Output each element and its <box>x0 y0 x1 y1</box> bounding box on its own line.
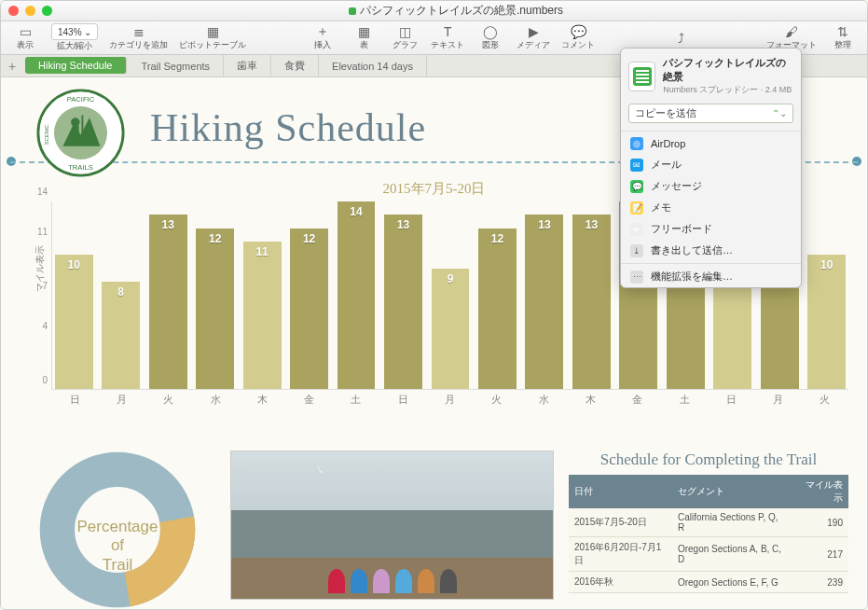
bar[interactable]: 8 <box>102 282 140 389</box>
zoom-value[interactable]: 143% ⌄ <box>51 23 98 40</box>
x-tick: 水 <box>192 393 239 407</box>
table-cell[interactable]: 217 <box>792 537 848 572</box>
bar[interactable]: 10 <box>55 255 93 389</box>
table-button[interactable]: ▦表 <box>345 24 382 51</box>
media-icon: ▶ <box>529 24 539 39</box>
add-category-button[interactable]: ≣カテゴリを追加 <box>105 24 172 51</box>
zoom-window-button[interactable] <box>42 6 52 16</box>
table-row[interactable]: 2015年7月5-20日California Sections P, Q, R1… <box>569 508 848 537</box>
schedule-table[interactable]: 日付セグメントマイル表示 2015年7月5-20日California Sect… <box>569 475 848 593</box>
table-cell[interactable]: Oregon Sections A, B, C, D <box>672 537 792 572</box>
x-tick: 水 <box>520 393 567 407</box>
close-window-button[interactable] <box>8 6 19 16</box>
bar-value: 12 <box>290 232 328 245</box>
insert-button[interactable]: ＋挿入 <box>304 24 341 51</box>
donut-label: Percentage of Trail <box>20 518 215 575</box>
photo-placeholder[interactable]: ㄟ <box>230 451 554 600</box>
share-option-label: メモ <box>651 201 671 215</box>
sheet-tab[interactable]: Trail Segments <box>129 55 225 76</box>
bar[interactable]: 9 <box>432 269 470 389</box>
bar[interactable]: 13 <box>572 215 611 389</box>
bar[interactable]: 14 <box>338 201 376 389</box>
shape-button[interactable]: ◯図形 <box>472 24 509 51</box>
bar[interactable]: 13 <box>384 215 422 389</box>
table-header[interactable]: マイル表示 <box>792 475 848 508</box>
bar-value: 14 <box>338 205 376 218</box>
table-cell[interactable]: 190 <box>792 508 848 537</box>
x-tick: 火 <box>474 393 520 407</box>
chart-label: グラフ <box>393 39 418 51</box>
send-copy-select[interactable]: コピーを送信 ⌃⌄ <box>628 104 793 123</box>
export-and-send-item[interactable]: ⤓ 書き出して送信… <box>621 240 801 261</box>
pivot-label: ピボットテーブル <box>179 39 246 51</box>
x-tick: 土 <box>661 393 708 407</box>
table-row[interactable]: 2016年秋Oregon Sections E, F, G239 <box>569 572 848 593</box>
share-option-label: AirDrop <box>651 138 685 149</box>
bar[interactable]: 13 <box>149 215 187 389</box>
bar-value: 8 <box>102 285 140 298</box>
y-tick: 0 <box>42 375 48 385</box>
text-button[interactable]: Tテキスト <box>427 24 468 51</box>
sheet-tab[interactable]: 歯車 <box>224 55 271 76</box>
view-button[interactable]: ▭表示 <box>7 24 44 51</box>
zoom-button[interactable]: 143% ⌄拡大/縮小 <box>48 23 102 52</box>
share-option-icon: 📝 <box>630 201 643 215</box>
share-button[interactable]: ⤴ <box>653 31 709 46</box>
sheet-tab[interactable]: Elevation 14 days <box>319 55 427 76</box>
share-option[interactable]: ◎AirDrop <box>621 133 801 154</box>
chart-button[interactable]: ◫グラフ <box>386 24 423 51</box>
share-option[interactable]: 💬メッセージ <box>621 175 801 197</box>
table-cell[interactable]: 2016年6月20日-7月1日 <box>569 537 672 572</box>
table-cell[interactable]: 2015年7月5-20日 <box>569 508 672 537</box>
schedule-table-title: Schedule for Completing the Trail <box>569 451 848 469</box>
insert-icon: ＋ <box>316 24 329 39</box>
svg-text:SCENIC: SCENIC <box>44 125 49 146</box>
bar[interactable]: 12 <box>196 229 234 389</box>
media-button[interactable]: ▶メディア <box>513 24 554 51</box>
table-cell[interactable]: 239 <box>792 572 848 593</box>
share-popover: パシフィックトレイルズの絶景 Numbers スプレッドシー · 2.4 MB … <box>620 48 802 288</box>
table-row[interactable]: 2016年6月20日-7月1日Oregon Sections A, B, C, … <box>569 537 848 572</box>
donut-chart[interactable]: Percentage of Trail <box>20 451 215 609</box>
sheet-tab[interactable]: Hiking Schedule <box>25 57 127 74</box>
export-icon: ⤓ <box>630 244 643 257</box>
x-tick: 土 <box>333 393 379 407</box>
share-option-icon: 💬 <box>630 180 643 193</box>
pivot-table-button[interactable]: ▦ピボットテーブル <box>175 24 250 51</box>
x-tick: 火 <box>145 393 192 407</box>
document-proxy-icon[interactable] <box>349 7 356 15</box>
add-sheet-button[interactable]: + <box>1 59 23 74</box>
share-option[interactable]: ✉メール <box>621 154 801 175</box>
donut-label-2: of <box>20 536 215 555</box>
edit-extensions-item[interactable]: ⋯ 機能拡張を編集… <box>621 266 801 287</box>
popover-subtitle: Numbers スプレッドシー · 2.4 MB <box>663 84 793 96</box>
pivot-icon: ▦ <box>207 24 219 39</box>
x-tick: 日 <box>379 393 426 407</box>
insert-label: 挿入 <box>314 39 331 51</box>
extensions-icon: ⋯ <box>630 270 643 284</box>
organize-button[interactable]: ⇅整理 <box>824 24 861 51</box>
table-header[interactable]: 日付 <box>569 475 672 508</box>
comment-button[interactable]: 💬コメント <box>558 24 599 51</box>
bar-value: 13 <box>149 218 187 231</box>
media-label: メディア <box>517 39 550 51</box>
minimize-window-button[interactable] <box>25 6 35 16</box>
sheet-tab[interactable]: 食費 <box>271 55 319 76</box>
window-title: パシフィックトレイルズの絶景.numbers <box>52 3 860 19</box>
bar[interactable]: 12 <box>290 229 328 389</box>
bar-value: 12 <box>478 232 517 245</box>
table-label: 表 <box>360 39 368 51</box>
x-tick: 月 <box>426 393 473 407</box>
bar[interactable]: 10 <box>807 255 846 389</box>
table-cell[interactable]: California Sections P, Q, R <box>672 508 792 537</box>
table-cell[interactable]: 2016年秋 <box>569 572 672 593</box>
table-cell[interactable]: Oregon Sections E, F, G <box>672 572 792 593</box>
share-option[interactable]: ✏フリーボード <box>621 218 801 240</box>
share-option[interactable]: 📝メモ <box>621 197 801 218</box>
bar[interactable]: 12 <box>478 229 517 389</box>
bar-value: 11 <box>243 245 282 258</box>
table-header[interactable]: セグメント <box>672 475 792 508</box>
bar[interactable]: 13 <box>525 215 563 389</box>
share-icon: ⤴ <box>678 31 684 46</box>
bar[interactable]: 11 <box>243 242 282 389</box>
